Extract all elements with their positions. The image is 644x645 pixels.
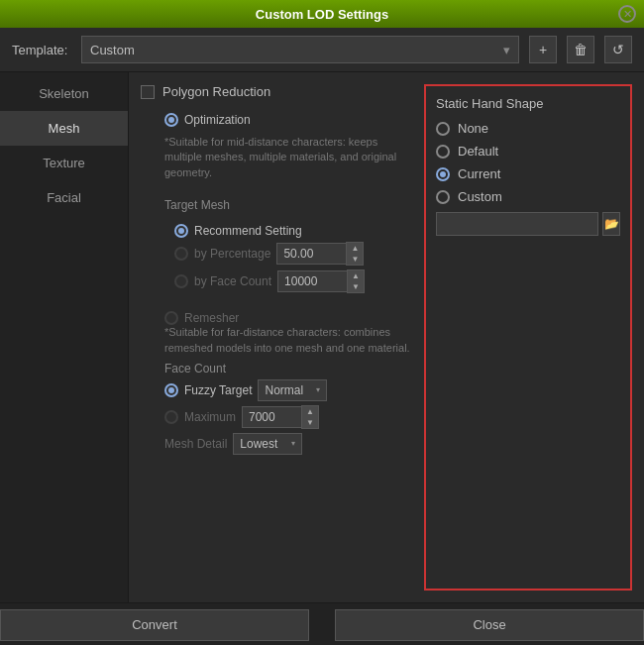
close-button[interactable]: Close (335, 609, 644, 641)
face-count-spinners: ▲ ▼ (347, 269, 365, 293)
maximum-row: Maximum ▲ ▼ (164, 405, 412, 429)
mesh-detail-label: Mesh Detail (164, 437, 227, 451)
remesher-radio[interactable]: Remesher (164, 311, 412, 325)
left-panel: Polygon Reduction Optimization *Suitable… (141, 84, 412, 591)
optimization-label: Optimization (184, 113, 251, 127)
template-value: Custom (90, 43, 135, 57)
fuzzy-target-row: Fuzzy Target Normal ▾ (164, 379, 412, 401)
percentage-spinners: ▲ ▼ (346, 242, 364, 266)
hand-default-label: Default (458, 144, 498, 159)
by-face-count-label: by Face Count (194, 274, 271, 288)
custom-hand-input[interactable] (436, 212, 598, 236)
optimization-radio-circle (164, 113, 178, 127)
remesher-description: *Suitable for far-distance characters: c… (164, 325, 412, 356)
sidebar: Skeleton Mesh Texture Facial (0, 72, 129, 602)
maximum-radio-circle (164, 410, 178, 424)
by-percentage-label: by Percentage (194, 247, 270, 261)
face-count-input[interactable] (277, 270, 347, 292)
sidebar-item-skeleton[interactable]: Skeleton (0, 76, 128, 111)
fuzzy-target-dropdown[interactable]: Normal ▾ (258, 379, 327, 401)
sidebar-item-mesh[interactable]: Mesh (0, 111, 128, 146)
mesh-detail-dropdown[interactable]: Lowest ▾ (233, 433, 302, 455)
hand-current-label: Current (458, 166, 500, 181)
template-dropdown[interactable]: Custom ▾ (81, 36, 519, 63)
face-count-down-button[interactable]: ▼ (348, 281, 364, 292)
percentage-up-button[interactable]: ▲ (347, 243, 363, 254)
remesher-radio-circle (164, 311, 178, 325)
face-count-input-group: ▲ ▼ (277, 269, 365, 293)
mesh-detail-value: Lowest (240, 437, 277, 451)
optimization-description: *Suitable for mid-distance characters: k… (164, 135, 412, 180)
custom-input-row: 📂 (436, 212, 620, 236)
hand-current-radio[interactable]: Current (436, 166, 620, 181)
sidebar-item-texture[interactable]: Texture (0, 146, 128, 180)
polygon-reduction-header: Polygon Reduction (141, 84, 412, 99)
remesher-group: Remesher (164, 311, 412, 325)
maximum-input[interactable] (242, 406, 301, 428)
mesh-detail-dropdown-arrow-icon: ▾ (291, 439, 295, 448)
hand-default-circle (436, 145, 450, 159)
recommend-label: Recommend Setting (194, 224, 302, 238)
main-content: Skeleton Mesh Texture Facial Polygon Red… (0, 72, 644, 602)
browse-button[interactable]: 📂 (602, 212, 620, 236)
dropdown-arrow-icon: ▾ (503, 43, 510, 57)
hand-custom-radio[interactable]: Custom (436, 189, 620, 204)
by-face-count-row: by Face Count ▲ ▼ (174, 269, 412, 293)
maximum-spinners: ▲ ▼ (301, 405, 319, 429)
browse-icon: 📂 (604, 217, 619, 231)
hand-current-circle (436, 167, 450, 181)
fuzzy-target-radio-circle (164, 383, 178, 397)
recommend-setting-radio[interactable]: Recommend Setting (174, 224, 412, 238)
target-mesh-options: Recommend Setting by Percentage ▲ ▼ (174, 224, 412, 293)
fuzzy-dropdown-arrow-icon: ▾ (316, 385, 320, 394)
recommend-radio-circle (174, 224, 188, 238)
template-label: Template: (12, 43, 71, 57)
add-template-button[interactable]: + (529, 36, 557, 63)
sidebar-item-facial[interactable]: Facial (0, 180, 128, 215)
target-mesh-label: Target Mesh (164, 198, 412, 212)
by-face-count-radio[interactable]: by Face Count (174, 274, 271, 288)
percentage-input[interactable] (276, 243, 346, 265)
face-count-up-button[interactable]: ▲ (348, 270, 364, 281)
optimization-group: Optimization (164, 113, 412, 127)
fuzzy-target-value: Normal (265, 383, 303, 397)
maximum-up-button[interactable]: ▲ (302, 406, 318, 417)
close-x-button[interactable]: ✕ (618, 5, 636, 23)
delete-template-button[interactable]: 🗑 (567, 36, 594, 63)
template-row: Template: Custom ▾ + 🗑 ↺ (0, 28, 644, 72)
title-bar: Custom LOD Settings ✕ (0, 0, 644, 28)
polygon-reduction-checkbox[interactable] (141, 85, 155, 99)
maximum-radio[interactable]: Maximum (164, 410, 236, 424)
static-hand-shape-panel: Static Hand Shape None Default Current C… (424, 84, 632, 591)
by-percentage-radio-circle (174, 247, 188, 261)
hand-custom-circle (436, 190, 450, 204)
by-percentage-row: by Percentage ▲ ▼ (174, 242, 412, 266)
maximum-down-button[interactable]: ▼ (302, 417, 318, 428)
face-count-section-label: Face Count (164, 362, 412, 376)
maximum-input-group: ▲ ▼ (242, 405, 319, 429)
percentage-down-button[interactable]: ▼ (347, 254, 363, 265)
polygon-reduction-title: Polygon Reduction (162, 84, 270, 99)
remesher-section: Remesher *Suitable for far-distance char… (141, 311, 412, 455)
hand-default-radio[interactable]: Default (436, 144, 620, 159)
optimization-radio[interactable]: Optimization (164, 113, 412, 127)
fuzzy-target-radio[interactable]: Fuzzy Target (164, 383, 252, 397)
by-face-count-radio-circle (174, 274, 188, 288)
hand-custom-label: Custom (458, 189, 502, 204)
bottom-bar: Convert Close (0, 602, 644, 645)
remesher-label: Remesher (184, 311, 239, 325)
maximum-label: Maximum (184, 410, 236, 424)
reset-template-button[interactable]: ↺ (604, 36, 632, 63)
dialog-title: Custom LOD Settings (256, 7, 388, 22)
static-hand-shape-title: Static Hand Shape (436, 96, 620, 111)
by-percentage-radio[interactable]: by Percentage (174, 247, 270, 261)
percentage-input-group: ▲ ▼ (276, 242, 364, 266)
mesh-detail-row: Mesh Detail Lowest ▾ (164, 433, 412, 455)
convert-button[interactable]: Convert (0, 609, 309, 641)
hand-none-radio[interactable]: None (436, 121, 620, 136)
hand-none-label: None (458, 121, 488, 136)
fuzzy-target-label: Fuzzy Target (184, 383, 252, 397)
hand-none-circle (436, 122, 450, 136)
content-area: Polygon Reduction Optimization *Suitable… (129, 72, 644, 602)
